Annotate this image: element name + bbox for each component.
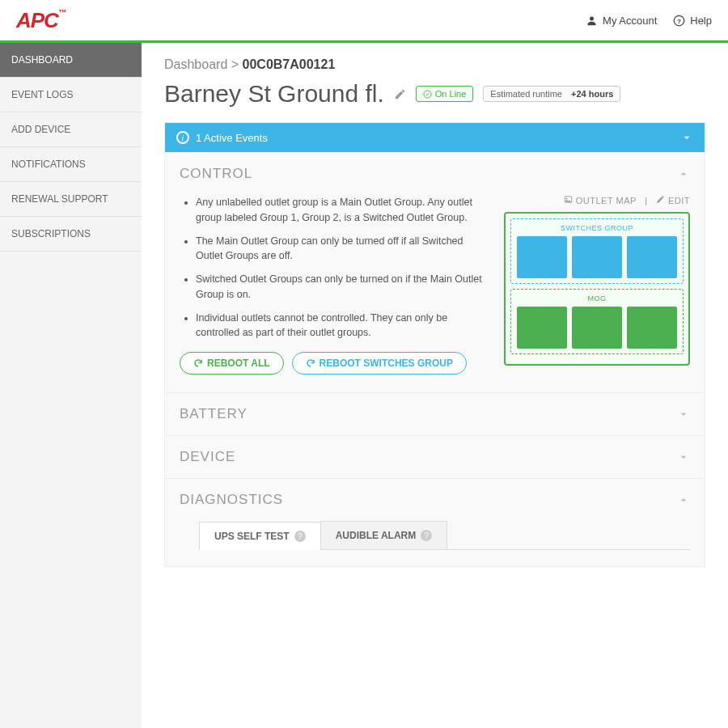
outlet-map-panel: OUTLET MAP | EDIT SWITCHES GROUP: [504, 195, 690, 375]
outlet-map-links: OUTLET MAP | EDIT: [504, 195, 690, 205]
help-icon[interactable]: ?: [294, 531, 306, 542]
breadcrumb-sep: >: [231, 57, 239, 71]
sidebar-item-dashboard[interactable]: DASHBOARD: [0, 43, 142, 78]
sidebar-nav: DASHBOARD EVENT LOGS ADD DEVICE NOTIFICA…: [0, 43, 142, 728]
outlet[interactable]: [517, 236, 567, 278]
runtime-label: Estimated runtime: [490, 89, 562, 99]
reboot-switches-label: REBOOT SWITCHES GROUP: [320, 358, 453, 369]
status-text: On Line: [435, 89, 467, 99]
control-notes: Any unlabelled outlet group is a Main Ou…: [180, 195, 489, 341]
brand-logo: APC™: [16, 8, 66, 33]
info-icon: i: [176, 131, 189, 144]
edit-title-icon[interactable]: [394, 88, 406, 100]
section-diagnostics-title: DIAGNOSTICS: [180, 492, 283, 508]
pencil-icon: [656, 195, 665, 204]
link-sep: |: [645, 196, 647, 205]
edit-outlets-link[interactable]: EDIT: [656, 196, 690, 205]
section-control-header[interactable]: CONTROL: [165, 152, 705, 195]
breadcrumb-serial: 00C0B7A00121: [243, 57, 336, 71]
chevron-down-icon: [680, 131, 693, 144]
main-content: Dashboard > 00C0B7A00121 Barney St Groun…: [142, 43, 728, 728]
reboot-switches-button[interactable]: REBOOT SWITCHES GROUP: [292, 352, 467, 375]
reboot-all-button[interactable]: REBOOT ALL: [180, 352, 284, 375]
control-note: Any unlabelled outlet group is a Main Ou…: [196, 195, 489, 226]
help-icon[interactable]: ?: [421, 530, 432, 541]
control-body: Any unlabelled outlet group is a Main Ou…: [165, 195, 705, 392]
sidebar-item-notifications[interactable]: NOTIFICATIONS: [0, 147, 142, 182]
content-panel: i 1 Active Events CONTROL Any unlabelled…: [164, 122, 705, 567]
tab-audible-alarm[interactable]: AUDIBLE ALARM ?: [320, 521, 448, 549]
svg-point-0: [590, 17, 594, 21]
outlet[interactable]: [517, 307, 567, 349]
sidebar-item-add-device[interactable]: ADD DEVICE: [0, 112, 142, 147]
refresh-icon: [193, 358, 203, 368]
chevron-up-icon: [677, 167, 690, 180]
tab-label: AUDIBLE ALARM: [336, 530, 417, 541]
refresh-icon: [306, 358, 315, 368]
outlet[interactable]: [572, 307, 622, 349]
top-links: My Account ? Help: [586, 15, 712, 27]
section-device-title: DEVICE: [180, 449, 235, 465]
breadcrumb-root[interactable]: Dashboard: [164, 57, 227, 71]
control-note: Switched Outlet Groups can only be turne…: [196, 272, 489, 303]
page-title: Barney St Ground fl.: [164, 80, 384, 108]
status-badge: On Line: [416, 86, 474, 102]
section-battery-title: BATTERY: [180, 406, 248, 422]
active-events-bar[interactable]: i 1 Active Events: [165, 123, 705, 152]
mog-group-box[interactable]: MOG: [510, 289, 684, 354]
mog-group-label: MOG: [516, 294, 678, 303]
svg-point-5: [566, 198, 568, 200]
chevron-down-icon: [677, 408, 690, 421]
help-icon: ?: [673, 15, 685, 27]
title-row: Barney St Ground fl. On Line Estimated r…: [164, 80, 705, 108]
section-control-title: CONTROL: [180, 166, 252, 182]
outlet[interactable]: [627, 307, 677, 349]
my-account-label: My Account: [603, 15, 657, 27]
runtime-badge: Estimated runtime +24 hours: [483, 86, 620, 102]
help-label: Help: [690, 15, 712, 27]
my-account-link[interactable]: My Account: [586, 15, 657, 27]
diagnostics-body: UPS SELF TEST ? AUDIBLE ALARM ?: [165, 521, 705, 566]
section-battery-header[interactable]: BATTERY: [165, 392, 705, 435]
check-circle-icon: [423, 90, 432, 99]
diagnostics-tabs: UPS SELF TEST ? AUDIBLE ALARM ?: [199, 521, 690, 550]
section-device-header[interactable]: DEVICE: [165, 435, 705, 478]
top-bar: APC™ My Account ? Help: [0, 0, 728, 40]
picture-icon: [564, 195, 573, 204]
section-diagnostics-header[interactable]: DIAGNOSTICS: [165, 478, 705, 521]
runtime-value: +24 hours: [571, 89, 613, 99]
chevron-down-icon: [677, 451, 690, 463]
active-events-text: 1 Active Events: [196, 132, 268, 144]
chevron-up-icon: [677, 493, 690, 506]
outlet-map-link[interactable]: OUTLET MAP: [564, 196, 639, 205]
outlet[interactable]: [627, 236, 677, 278]
help-link[interactable]: ? Help: [673, 15, 712, 27]
breadcrumb: Dashboard > 00C0B7A00121: [164, 57, 705, 72]
svg-point-3: [424, 90, 431, 97]
sidebar-item-subscriptions[interactable]: SUBSCRIPTIONS: [0, 217, 142, 252]
sidebar-item-event-logs[interactable]: EVENT LOGS: [0, 78, 142, 112]
reboot-all-label: REBOOT ALL: [207, 358, 270, 369]
outlet-map-box: SWITCHES GROUP MOG: [504, 212, 690, 366]
person-icon: [586, 15, 598, 27]
switches-group-label: SWITCHES GROUP: [516, 224, 678, 232]
switches-group-box[interactable]: SWITCHES GROUP: [510, 218, 684, 284]
svg-text:?: ?: [677, 18, 681, 25]
sidebar-item-renewal-support[interactable]: RENEWAL SUPPORT: [0, 182, 142, 217]
tab-label: UPS SELF TEST: [214, 531, 290, 542]
outlet[interactable]: [572, 236, 622, 278]
tab-ups-self-test[interactable]: UPS SELF TEST ?: [199, 522, 321, 550]
control-note: Individual outlets cannot be controlled.…: [196, 311, 489, 341]
control-note: The Main Outlet Group can only be turned…: [196, 234, 489, 265]
